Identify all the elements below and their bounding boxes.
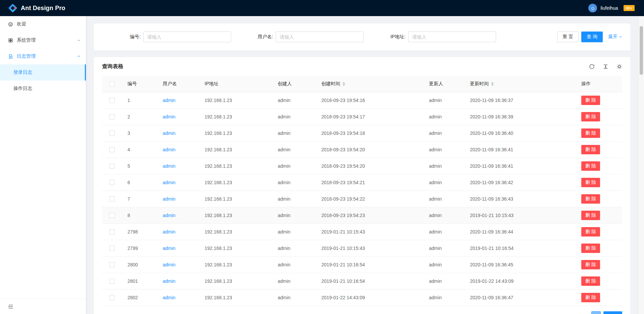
sidebar-item-label: 登录日志 bbox=[13, 69, 32, 75]
column-header-created[interactable]: 创建时间 bbox=[316, 76, 424, 92]
table-row: 1 admin 192.168.1.23 admin 2018-09-23 19… bbox=[102, 92, 622, 108]
user-avatar[interactable]: ☺ bbox=[588, 4, 597, 12]
pagination-button[interactable] bbox=[603, 311, 622, 314]
column-height-icon[interactable] bbox=[603, 64, 608, 69]
cell-updated: 2019-01-21 10:16:54 bbox=[465, 240, 576, 256]
delete-button[interactable]: 删 除 bbox=[581, 194, 600, 204]
sidebar-item-system[interactable]: 系统管理 bbox=[0, 32, 86, 48]
row-checkbox[interactable] bbox=[109, 98, 115, 103]
cell-creator: admin bbox=[272, 223, 316, 240]
cell-created: 2018-09-23 19:54:18 bbox=[316, 125, 424, 141]
query-button[interactable]: 查 询 bbox=[581, 32, 603, 42]
cell-updated: 2020-11-09 16:36:45 bbox=[465, 256, 576, 273]
row-checkbox[interactable] bbox=[109, 163, 115, 169]
cell-updated: 2020-11-09 16:36:43 bbox=[465, 191, 576, 207]
cell-username-link[interactable]: admin bbox=[157, 256, 199, 273]
delete-button[interactable]: 删 除 bbox=[581, 244, 600, 253]
cell-username-link[interactable]: admin bbox=[157, 92, 199, 108]
sidebar-collapse-trigger[interactable] bbox=[0, 299, 86, 314]
row-checkbox[interactable] bbox=[109, 196, 115, 202]
row-checkbox[interactable] bbox=[109, 262, 115, 267]
row-checkbox[interactable] bbox=[109, 213, 115, 218]
cell-creator: admin bbox=[272, 289, 316, 306]
sort-icon[interactable] bbox=[342, 82, 345, 86]
row-checkbox[interactable] bbox=[109, 295, 115, 300]
sidebar-item-login-log[interactable]: 登录日志 bbox=[0, 64, 86, 81]
row-checkbox[interactable] bbox=[109, 229, 115, 234]
row-checkbox[interactable] bbox=[109, 246, 115, 251]
cell-id: 2802 bbox=[122, 289, 157, 306]
delete-button[interactable]: 删 除 bbox=[581, 112, 600, 121]
cell-updated: 2020-11-09 16:36:42 bbox=[465, 174, 576, 191]
cell-username-link[interactable]: admin bbox=[157, 125, 199, 141]
cell-creator: admin bbox=[272, 125, 316, 141]
column-header-ip: IP地址 bbox=[199, 76, 272, 92]
column-header-id: 编号 bbox=[122, 76, 157, 92]
cell-username-link[interactable]: admin bbox=[157, 108, 199, 125]
cell-id: 6 bbox=[122, 174, 157, 191]
reload-icon[interactable] bbox=[589, 64, 595, 69]
delete-button[interactable]: 删 除 bbox=[581, 161, 600, 171]
delete-button[interactable]: 删 除 bbox=[581, 276, 600, 286]
cell-username-link[interactable]: admin bbox=[157, 273, 199, 289]
cell-username-link[interactable]: admin bbox=[157, 191, 199, 207]
username-input[interactable] bbox=[276, 32, 364, 42]
pagination-page[interactable] bbox=[591, 311, 601, 314]
cell-id: 3 bbox=[122, 125, 157, 141]
scrollbar-thumb[interactable] bbox=[640, 26, 643, 75]
settings-icon[interactable] bbox=[616, 64, 622, 69]
delete-button[interactable]: 删 除 bbox=[581, 145, 600, 154]
delete-button[interactable]: 删 除 bbox=[581, 128, 600, 138]
cell-username-link[interactable]: admin bbox=[157, 158, 199, 174]
cell-updated: 2019-01-21 10:15:43 bbox=[465, 207, 576, 223]
cell-username-link[interactable]: admin bbox=[157, 174, 199, 191]
delete-button[interactable]: 删 除 bbox=[581, 178, 600, 187]
cell-updated: 2020-11-09 16:36:44 bbox=[465, 223, 576, 240]
cell-updater: admin bbox=[424, 92, 465, 108]
cell-updater: admin bbox=[424, 223, 465, 240]
field-label: 用户名: bbox=[258, 34, 273, 40]
field-label: IP地址: bbox=[390, 34, 406, 40]
app-logo[interactable]: Ant Design Pro bbox=[8, 3, 65, 13]
cell-username-link[interactable]: admin bbox=[157, 289, 199, 306]
column-header-updated[interactable]: 更新时间 bbox=[465, 76, 576, 92]
id-input[interactable] bbox=[143, 32, 231, 42]
sidebar-item-log[interactable]: 日志管理 bbox=[0, 48, 86, 64]
row-checkbox[interactable] bbox=[109, 147, 115, 152]
cell-username-link[interactable]: admin bbox=[157, 223, 199, 240]
row-checkbox[interactable] bbox=[109, 114, 115, 119]
vertical-scrollbar[interactable] bbox=[638, 16, 644, 314]
row-checkbox[interactable] bbox=[109, 278, 115, 284]
cell-updated: 2019-01-22 14:43:09 bbox=[465, 273, 576, 289]
cell-created: 2019-01-21 10:16:54 bbox=[316, 273, 424, 289]
sidebar-item-label: 操作日志 bbox=[13, 86, 32, 92]
reset-button[interactable]: 重 置 bbox=[557, 32, 579, 42]
cell-created: 2018-09-23 19:54:22 bbox=[316, 191, 424, 207]
app-title: Ant Design Pro bbox=[21, 5, 65, 12]
cell-created: 2018-09-23 19:54:21 bbox=[316, 174, 424, 191]
delete-button[interactable]: 删 除 bbox=[581, 96, 600, 105]
cell-id: 8 bbox=[122, 207, 157, 223]
sidebar-item-operation-log[interactable]: 操作日志 bbox=[0, 81, 86, 97]
cell-username-link[interactable]: admin bbox=[157, 240, 199, 256]
cell-updater: admin bbox=[424, 240, 465, 256]
table-row: 2799 admin 192.168.1.23 admin 2019-01-21… bbox=[102, 240, 622, 256]
select-all-checkbox[interactable] bbox=[109, 81, 115, 87]
delete-button[interactable]: 删 除 bbox=[581, 227, 600, 237]
ip-input[interactable] bbox=[408, 32, 496, 42]
cell-created: 2019-01-21 10:15:43 bbox=[316, 240, 424, 256]
row-checkbox[interactable] bbox=[109, 130, 115, 136]
sort-icon[interactable] bbox=[491, 82, 494, 86]
column-header-username: 用户名 bbox=[157, 76, 199, 92]
cell-username-link[interactable]: admin bbox=[157, 207, 199, 223]
delete-button[interactable]: 删 除 bbox=[581, 293, 600, 302]
row-checkbox[interactable] bbox=[109, 180, 115, 185]
sidebar-item-welcome[interactable]: 欢迎 bbox=[0, 16, 86, 32]
expand-toggle[interactable]: 展开 bbox=[608, 34, 622, 40]
delete-button[interactable]: 删 除 bbox=[581, 260, 600, 269]
column-header-actions: 操作 bbox=[576, 76, 622, 92]
delete-button[interactable]: 删 除 bbox=[581, 211, 600, 220]
username[interactable]: liufeihua bbox=[600, 5, 618, 11]
table-body: 1 admin 192.168.1.23 admin 2018-09-23 19… bbox=[102, 92, 622, 306]
cell-username-link[interactable]: admin bbox=[157, 141, 199, 158]
